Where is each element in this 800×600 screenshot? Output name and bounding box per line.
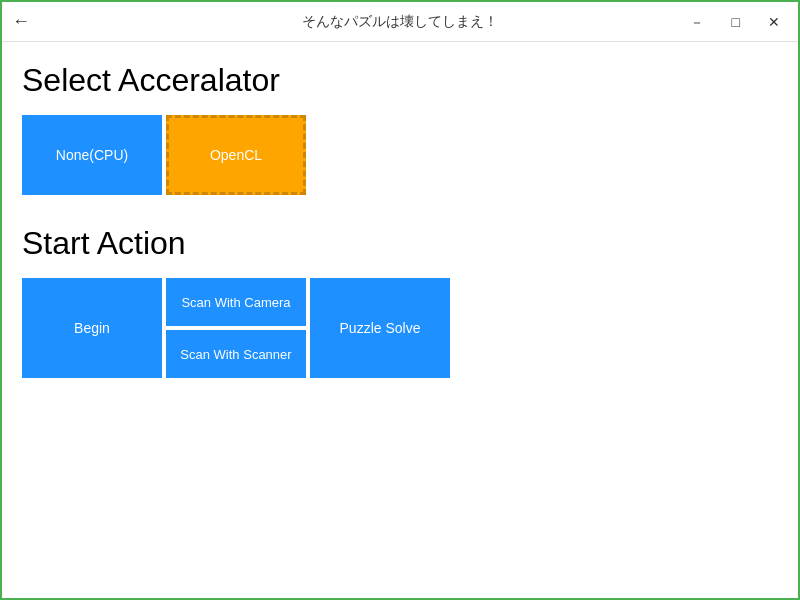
accelerator-buttons: None(CPU) OpenCL [22,115,778,195]
scan-scanner-button[interactable]: Scan With Scanner [166,330,306,378]
puzzle-solve-button[interactable]: Puzzle Solve [310,278,450,378]
accelerator-section: Select Acceralator None(CPU) OpenCL [22,62,778,195]
none-cpu-button[interactable]: None(CPU) [22,115,162,195]
close-button[interactable]: ✕ [760,11,788,33]
start-action-section: Start Action Begin Scan With Camera Scan… [22,225,778,378]
main-content: Select Acceralator None(CPU) OpenCL Star… [2,42,798,398]
opencl-button[interactable]: OpenCL [166,115,306,195]
window-title: そんなパズルは壊してしまえ！ [302,13,498,31]
start-action-title: Start Action [22,225,778,262]
maximize-button[interactable]: □ [724,11,748,33]
window-controls: － □ ✕ [682,11,788,33]
accelerator-title: Select Acceralator [22,62,778,99]
minimize-button[interactable]: － [682,11,712,33]
title-bar: ← そんなパズルは壊してしまえ！ － □ ✕ [2,2,798,42]
title-bar-left: ← [12,11,30,32]
action-buttons: Begin Scan With Camera Scan With Scanner… [22,278,778,378]
begin-button[interactable]: Begin [22,278,162,378]
scan-camera-button[interactable]: Scan With Camera [166,278,306,326]
back-button[interactable]: ← [12,11,30,32]
scan-buttons-group: Scan With Camera Scan With Scanner [166,278,306,378]
